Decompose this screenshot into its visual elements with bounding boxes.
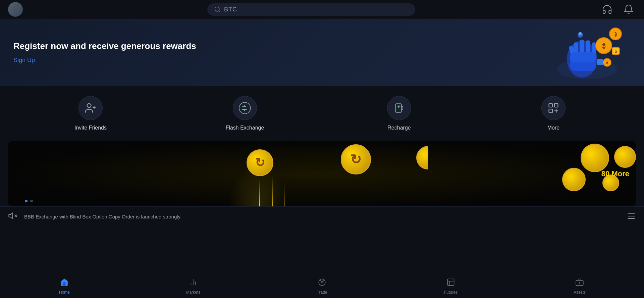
svg-rect-27 [549, 104, 553, 107]
invite-friends-icon-circle [78, 96, 103, 120]
more-icon-circle [541, 96, 566, 120]
svg-text:₿: ₿ [602, 43, 605, 49]
svg-rect-28 [554, 104, 558, 107]
ticker-menu-icon[interactable] [627, 211, 636, 222]
action-more[interactable]: More [476, 96, 631, 131]
svg-rect-42 [447, 279, 454, 286]
more-label: More [547, 125, 559, 131]
banner-title: Register now and receive generous reward… [13, 41, 196, 51]
nav-futures[interactable]: Futures [386, 275, 515, 297]
banner-content: Register now and receive generous reward… [13, 41, 196, 64]
action-flash-exchange[interactable]: Flash Exchange [168, 96, 322, 131]
svg-rect-26 [395, 104, 401, 112]
more-label-banner: 80 More [601, 169, 629, 178]
search-icon [214, 6, 221, 13]
nav-trade-label: Trade [317, 290, 327, 295]
svg-point-21 [579, 32, 582, 35]
home-icon [60, 278, 69, 289]
dot-1[interactable] [25, 200, 28, 202]
nav-trade[interactable]: Trade [258, 275, 386, 297]
svg-line-1 [219, 11, 220, 12]
top-bar [0, 0, 644, 19]
sign-up-link[interactable]: Sign Up [13, 57, 196, 64]
svg-rect-10 [570, 52, 596, 62]
trade-icon [318, 278, 326, 289]
search-bar[interactable] [207, 3, 415, 16]
futures-icon [446, 278, 455, 289]
banner: Register now and receive generous reward… [0, 19, 644, 86]
coins-area: ↻ ↻ 80 More [8, 141, 636, 206]
nav-futures-label: Futures [444, 290, 458, 295]
speaker-icon [8, 211, 17, 222]
svg-rect-19 [597, 59, 603, 65]
svg-point-25 [239, 102, 251, 114]
action-invite-friends[interactable]: Invite Friends [13, 96, 168, 131]
avatar[interactable] [8, 2, 23, 17]
nav-assets-label: Assets [574, 290, 586, 295]
search-input[interactable] [224, 6, 409, 13]
coins-banner: ↻ ↻ 80 More [8, 141, 636, 206]
nav-assets[interactable]: Assets [515, 275, 644, 297]
recharge-icon-circle [387, 96, 411, 120]
top-right-icons [600, 2, 636, 17]
svg-text:$: $ [615, 49, 617, 54]
news-ticker: BBB Exchange with Blind Box Option Copy … [0, 206, 644, 227]
svg-rect-29 [549, 109, 553, 113]
nav-markets[interactable]: Markets [129, 275, 258, 297]
dot-2[interactable] [30, 200, 33, 202]
svg-point-0 [215, 7, 219, 11]
notification-icon[interactable] [621, 2, 636, 17]
nav-home[interactable]: Home [0, 275, 129, 297]
bottom-nav: Home Markets Trade [0, 274, 644, 298]
banner-illustration: ₿ ₿ ₿ $ [550, 26, 624, 79]
recharge-label: Recharge [387, 125, 411, 131]
assets-icon [575, 278, 584, 289]
invite-friends-label: Invite Friends [74, 125, 107, 131]
action-recharge[interactable]: Recharge [322, 96, 476, 131]
flash-exchange-icon-circle [233, 96, 257, 120]
flash-exchange-label: Flash Exchange [226, 125, 264, 131]
nav-markets-label: Markets [186, 290, 201, 295]
svg-point-22 [87, 104, 91, 108]
headset-icon[interactable] [600, 2, 614, 17]
svg-text:₿: ₿ [614, 32, 617, 37]
quick-actions: Invite Friends Flash Exchange Recharge [0, 86, 644, 141]
markets-icon [189, 278, 198, 289]
ticker-text: BBB Exchange with Blind Box Option Copy … [24, 214, 620, 219]
nav-home-label: Home [59, 290, 70, 295]
svg-marker-32 [9, 213, 12, 218]
carousel-dots [25, 200, 33, 202]
